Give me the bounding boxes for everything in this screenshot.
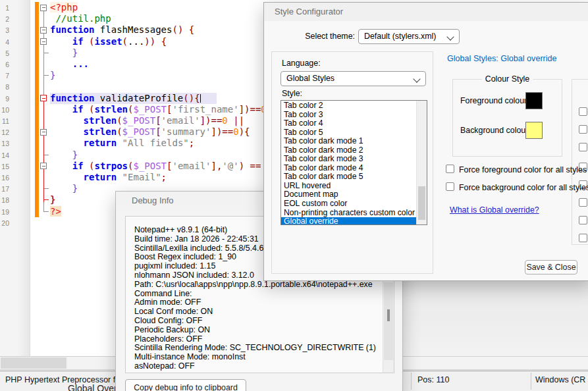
fold-collapse-icon[interactable] — [40, 27, 47, 34]
list-item[interactable]: Tab color 2 — [281, 101, 420, 111]
line-number[interactable]: 18 — [0, 195, 9, 205]
code-text[interactable]: } — [50, 47, 78, 59]
line-number[interactable]: 14 — [0, 151, 9, 160]
foreground-colour-swatch[interactable] — [525, 92, 543, 109]
fold-collapse-icon[interactable] — [40, 163, 47, 169]
style-configurator-title[interactable]: Style Configurator — [264, 3, 588, 21]
theme-combobox-value: Default (stylers.xml) — [364, 32, 436, 41]
code-token — [50, 172, 84, 182]
line-number[interactable]: 7 — [0, 71, 9, 80]
colour-style-groupbox: Colour Style — [452, 79, 562, 157]
list-item[interactable]: Tab color dark mode 2 — [281, 146, 420, 155]
line-number[interactable]: 15 — [0, 162, 9, 171]
what-is-global-override-link[interactable]: What is Global override? — [450, 205, 539, 215]
code-text[interactable]: if (isset(...)) { — [50, 36, 167, 47]
code-text[interactable]: function validateProfile(){ — [50, 93, 201, 104]
code-text[interactable]: strlen($_POST['email'])==0 || — [50, 115, 244, 126]
code-text[interactable]: ... — [50, 59, 89, 70]
list-item[interactable]: EOL custom color — [281, 199, 420, 209]
line-number[interactable]: 5 — [0, 49, 9, 58]
list-item[interactable]: Tab color 3 — [281, 111, 420, 120]
list-item[interactable]: Non-printing characters custom color — [281, 209, 420, 218]
language-combobox[interactable]: Global Styles — [281, 71, 426, 86]
code-token: return — [84, 172, 117, 182]
code-text[interactable]: <?php — [50, 2, 78, 13]
code-text[interactable]: } — [50, 70, 55, 81]
line-number[interactable]: 13 — [0, 139, 9, 148]
line-number[interactable]: 9 — [0, 94, 9, 103]
code-text[interactable]: } — [50, 194, 55, 205]
code-token — [117, 172, 122, 182]
status-eol-format[interactable]: Windows (CR LF) — [535, 375, 588, 384]
code-text[interactable]: strlen($_POST['summary'])==0){ — [50, 126, 250, 138]
theme-combobox[interactable]: Default (stylers.xml) — [358, 29, 460, 44]
line-number[interactable]: 20 — [0, 219, 9, 228]
code-token: isset — [94, 36, 122, 47]
panel-title: Global Styles: Global override — [447, 54, 557, 63]
style-listbox[interactable]: Tab color 2Tab color 3Tab color 4Tab col… — [281, 100, 427, 225]
line-number[interactable]: 19 — [0, 207, 9, 217]
partial-checkbox[interactable] — [579, 125, 587, 134]
code-token: "Email" — [122, 172, 161, 182]
fold-collapse-icon[interactable] — [40, 38, 47, 45]
fold-collapse-icon[interactable] — [40, 95, 47, 101]
code-token: ){ — [239, 126, 250, 137]
chevron-down-icon — [413, 75, 420, 82]
language-label: Language: — [282, 59, 321, 68]
code-text[interactable]: } — [50, 183, 78, 194]
list-item[interactable]: Tab color dark mode 5 — [281, 172, 420, 182]
line-number[interactable]: 16 — [0, 173, 9, 182]
line-number[interactable]: 6 — [0, 60, 9, 69]
partial-checkbox[interactable] — [579, 143, 587, 151]
debug-scrollbar-grip[interactable] — [387, 309, 390, 321]
code-text[interactable]: if (strlen($_POST['first_name'])==0 — [50, 104, 267, 115]
list-item[interactable]: Document map — [281, 190, 420, 199]
code-text[interactable]: return "All fields"; — [50, 138, 194, 149]
list-item[interactable]: URL hovered — [281, 182, 420, 191]
list-item[interactable]: Tab color dark mode 4 — [281, 164, 420, 173]
fold-collapse-icon[interactable] — [40, 5, 47, 11]
style-list-scrollbar-thumb[interactable] — [418, 186, 425, 220]
fold-collapse-icon[interactable] — [40, 129, 47, 136]
background-colour-swatch[interactable] — [525, 122, 543, 139]
save-and-close-button[interactable]: Save & Close — [525, 260, 577, 274]
horizontal-scrollbar-thumb[interactable] — [1, 357, 67, 369]
code-token: } — [50, 70, 55, 80]
list-item[interactable]: Tab color dark mode 1 — [281, 137, 420, 146]
code-token: || — [233, 115, 244, 126]
partial-checkbox[interactable] — [579, 234, 587, 242]
partial-checkbox[interactable] — [579, 216, 587, 224]
line-number[interactable]: 11 — [0, 117, 9, 126]
list-item[interactable]: Global override — [281, 217, 420, 225]
force-foreground-checkbox[interactable] — [446, 165, 454, 173]
code-token: 0 — [222, 115, 227, 126]
line-number[interactable]: 8 — [0, 82, 9, 91]
style-list-scrollbar[interactable] — [416, 101, 427, 224]
code-text[interactable]: return "Email"; — [50, 172, 167, 183]
list-item[interactable]: Tab color 4 — [281, 119, 420, 128]
line-number[interactable]: 17 — [0, 184, 9, 194]
partial-checkbox[interactable] — [579, 198, 587, 207]
list-item[interactable]: Tab color dark mode 3 — [281, 155, 420, 164]
line-number[interactable]: 4 — [0, 38, 9, 47]
foreground-colour-label: Foreground colour — [460, 96, 523, 105]
code-token — [50, 104, 72, 115]
code-text[interactable]: } — [50, 149, 78, 161]
line-number[interactable]: 12 — [0, 128, 9, 137]
force-background-checkbox[interactable] — [446, 182, 454, 191]
debug-scrollbar-thumb[interactable] — [384, 282, 393, 360]
code-text[interactable]: ?> — [50, 206, 61, 217]
line-number[interactable]: 2 — [0, 14, 9, 24]
code-token: () — [172, 24, 183, 35]
copy-debug-info-button[interactable]: Copy debug info to clipboard — [125, 379, 246, 391]
line-number[interactable]: 10 — [0, 105, 9, 115]
partial-checkbox[interactable] — [579, 107, 587, 116]
code-token: ; — [161, 172, 167, 182]
list-item[interactable]: Tab color 5 — [281, 128, 420, 138]
code-text[interactable]: //util.php — [50, 13, 111, 24]
line-number[interactable]: 3 — [0, 26, 9, 35]
debug-info-line: Admin mode: OFF — [134, 298, 376, 307]
line-number[interactable]: 1 — [0, 3, 9, 13]
code-text[interactable]: function flashMessages() { — [50, 24, 194, 36]
status-divider — [411, 373, 412, 390]
